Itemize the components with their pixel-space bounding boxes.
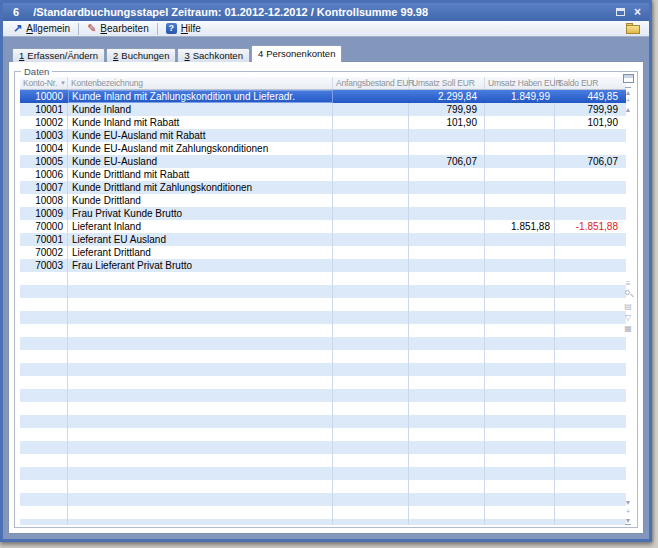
tab-number: 4 [258, 48, 263, 59]
table-row[interactable]: 10007 Kunde Drittland mit Zahlungskondit… [20, 181, 626, 194]
scroll-up-icon[interactable]: ▲ [625, 105, 632, 114]
list-icon[interactable]: ≡ [626, 278, 631, 289]
cell-saldo [555, 311, 626, 324]
table-row[interactable]: 10000 Kunde Inland mit Zahlungskondition… [20, 90, 626, 103]
table-row[interactable] [20, 272, 626, 285]
tab-number: 2 [113, 50, 118, 61]
tab[interactable]: 3Sachkonten [177, 48, 249, 62]
cell-bezeichnung: Kunde Drittland [68, 194, 333, 207]
cell-saldo [555, 467, 626, 480]
close-button[interactable]: × [630, 6, 645, 19]
cell-bezeichnung: Frau Lieferant Privat Brutto [68, 259, 333, 272]
table-row[interactable]: 10004 Kunde EU-Ausland mit Zahlungskondi… [20, 142, 626, 155]
table-row[interactable] [20, 350, 626, 363]
table-row[interactable]: 10005 Kunde EU-Ausland 706,07 706,07 [20, 155, 626, 168]
table-row[interactable] [20, 480, 626, 493]
cell-bezeichnung [68, 493, 333, 506]
column-header-saldo[interactable]: Saldo EUR [555, 77, 626, 89]
close-icon: × [634, 7, 641, 17]
table-row[interactable] [20, 428, 626, 441]
table-row[interactable] [20, 454, 626, 467]
cell-anfangsbestand [333, 272, 409, 285]
table-row[interactable]: 70002 Lieferant Drittland [20, 246, 626, 259]
cell-umsatz-soll [409, 259, 485, 272]
cell-konto [20, 415, 68, 428]
hilfe-button[interactable]: ? Hilfe [160, 22, 207, 36]
column-settings-icon[interactable] [623, 74, 634, 83]
table-row[interactable] [20, 376, 626, 389]
cell-konto [20, 519, 68, 532]
cell-umsatz-soll [409, 324, 485, 337]
table-row[interactable] [20, 532, 626, 545]
tab[interactable]: 1Erfassen/Ändern [12, 48, 105, 62]
allgemein-button[interactable]: ↗ Allgemein [7, 22, 76, 36]
cell-konto: 10001 [20, 103, 68, 116]
cell-konto [20, 337, 68, 350]
cell-umsatz-soll [409, 220, 485, 233]
table-row[interactable] [20, 363, 626, 376]
cell-bezeichnung [68, 311, 333, 324]
column-header-umsatz-soll[interactable]: Umsatz Soll EUR [409, 77, 485, 89]
table-row[interactable]: 10009 Frau Privat Kunde Brutto [20, 207, 626, 220]
table-row[interactable] [20, 493, 626, 506]
tab[interactable]: 2Buchungen [106, 48, 176, 62]
cell-anfangsbestand [333, 155, 409, 168]
table-row[interactable]: 70003 Frau Lieferant Privat Brutto [20, 259, 626, 272]
dialog-body: 1Erfassen/Ändern 2Buchungen 3Sachkonten … [6, 40, 646, 536]
search-icon[interactable] [624, 290, 633, 300]
table-row[interactable]: 10006 Kunde Drittland mit Rabatt [20, 168, 626, 181]
sort-icon[interactable]: ▼ [60, 80, 66, 86]
table-row[interactable]: 70000 Lieferant Inland 1.851,88 -1.851,8… [20, 220, 626, 233]
table-row[interactable] [20, 402, 626, 415]
bearbeiten-button[interactable]: ✎ Bearbeiten [81, 22, 155, 36]
column-header-anfangsbestand[interactable]: Anfangsbestand EUR [333, 77, 409, 89]
cell-anfangsbestand [333, 233, 409, 246]
scroll-to-bottom-icon[interactable]: ▼ [625, 516, 632, 525]
cell-anfangsbestand [333, 428, 409, 441]
table-row[interactable] [20, 415, 626, 428]
cell-saldo [555, 246, 626, 259]
cell-anfangsbestand [333, 207, 409, 220]
table-row[interactable] [20, 506, 626, 519]
scroll-down-icon[interactable]: ▼ [625, 498, 632, 507]
titlebar[interactable]: 6 /Standardbuchungsstapel Zeitraum: 01.2… [3, 3, 649, 21]
table-row[interactable] [20, 441, 626, 454]
position-marker-icon[interactable]: + [626, 96, 630, 105]
table-row[interactable] [20, 337, 626, 350]
column-header-umsatz-haben[interactable]: Umsatz Haben EUR [485, 77, 555, 89]
table-row[interactable]: 70001 Lieferant EU Ausland [20, 233, 626, 246]
table-row[interactable]: 10008 Kunde Drittland [20, 194, 626, 207]
jump-arrow-icon: ↗ [13, 23, 22, 34]
table-row[interactable]: 10003 Kunde EU-Ausland mit Rabatt [20, 129, 626, 142]
cell-saldo [555, 454, 626, 467]
table-body: 10000 Kunde Inland mit Zahlungskondition… [20, 90, 626, 525]
help-icon: ? [166, 23, 177, 34]
table-row[interactable]: 10001 Kunde Inland 799,99 799,99 [20, 103, 626, 116]
table-row[interactable] [20, 298, 626, 311]
bearbeiten-label: Bearbeiten [100, 23, 148, 34]
table-row[interactable] [20, 324, 626, 337]
position-marker-icon[interactable]: + [626, 507, 630, 516]
folder-icon[interactable] [626, 23, 641, 34]
cell-umsatz-soll [409, 467, 485, 480]
accounts-table: Konto-Nr. ▼ Kontenbezeichnung Anfangsbes… [20, 77, 626, 525]
tab[interactable]: 4Personenkonten [251, 45, 343, 62]
cell-umsatz-haben [485, 467, 555, 480]
card-view-icon[interactable]: ▤ [624, 301, 632, 312]
print-icon[interactable]: ▦ [624, 323, 632, 334]
table-row[interactable] [20, 467, 626, 480]
scroll-to-top-icon[interactable]: ▲ [625, 87, 632, 96]
table-row[interactable] [20, 389, 626, 402]
cell-saldo [555, 285, 626, 298]
cell-umsatz-soll [409, 181, 485, 194]
cell-bezeichnung: Kunde Inland mit Zahlungskondition und L… [68, 90, 333, 103]
table-row[interactable]: 10002 Kunde Inland mit Rabatt 101,90 101… [20, 116, 626, 129]
table-row[interactable] [20, 311, 626, 324]
filter-icon[interactable]: ▽ [625, 312, 631, 323]
cell-umsatz-soll [409, 285, 485, 298]
restore-button[interactable] [613, 6, 628, 19]
column-header-kontenbezeichnung[interactable]: Kontenbezeichnung [68, 77, 333, 89]
table-row[interactable] [20, 519, 626, 532]
table-row[interactable] [20, 285, 626, 298]
column-header-konto[interactable]: Konto-Nr. ▼ [20, 77, 68, 89]
